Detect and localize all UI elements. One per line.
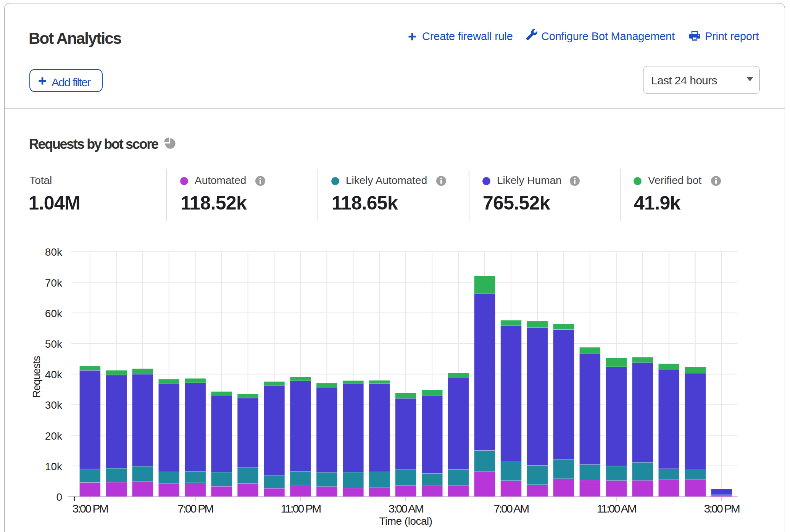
svg-text:11:00 AM: 11:00 AM xyxy=(597,502,636,515)
svg-text:7:00 AM: 7:00 AM xyxy=(494,502,529,515)
svg-text:3:00 AM: 3:00 AM xyxy=(389,502,424,515)
svg-text:70k: 70k xyxy=(45,277,63,289)
svg-text:Time (local): Time (local) xyxy=(379,515,432,527)
svg-text:50k: 50k xyxy=(45,338,63,350)
svg-text:3:00 PM: 3:00 PM xyxy=(73,502,108,515)
svg-text:Requests: Requests xyxy=(31,356,42,398)
svg-text:80k: 80k xyxy=(45,246,63,258)
svg-text:0: 0 xyxy=(56,491,62,503)
svg-text:3:00 PM: 3:00 PM xyxy=(704,502,739,515)
svg-text:7:00 PM: 7:00 PM xyxy=(177,502,213,515)
svg-text:40k: 40k xyxy=(45,369,63,380)
svg-text:20k: 20k xyxy=(45,430,63,442)
svg-text:10k: 10k xyxy=(45,461,63,472)
svg-text:60k: 60k xyxy=(45,308,63,319)
svg-text:30k: 30k xyxy=(45,399,63,411)
svg-text:11:00 PM: 11:00 PM xyxy=(281,502,321,515)
